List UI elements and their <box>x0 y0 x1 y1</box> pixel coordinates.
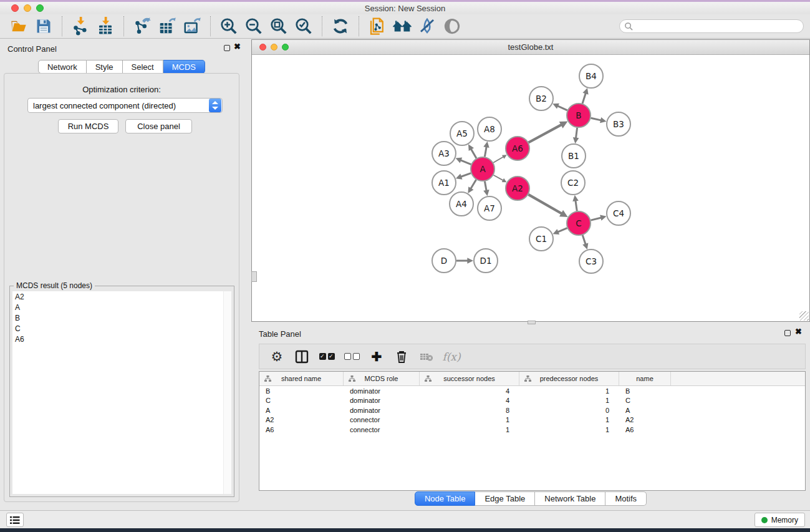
network-canvas[interactable]: A5A8A3A1A4A7A6AA2B2B4BB3B1C2C4CC1C3DD1 <box>253 56 809 322</box>
table-cell[interactable]: C <box>619 397 671 404</box>
tab-mcds[interactable]: MCDS <box>163 60 205 74</box>
table-cell[interactable]: A <box>259 407 344 414</box>
graph-edge[interactable] <box>485 146 486 157</box>
delete-row-trash-icon[interactable] <box>391 347 412 367</box>
split-columns-icon[interactable] <box>291 347 312 367</box>
zoom-fit-icon[interactable] <box>268 16 290 37</box>
table-cell[interactable]: 1 <box>519 426 619 433</box>
tab-edge-table[interactable]: Edge Table <box>475 491 535 506</box>
refresh-icon[interactable] <box>329 16 352 37</box>
export-network-icon[interactable] <box>131 16 153 37</box>
delete-table-icon[interactable] <box>416 347 437 367</box>
new-network-from-selection-icon[interactable] <box>366 16 388 37</box>
column-header-successor-nodes[interactable]: successor nodes <box>420 372 519 385</box>
table-cell[interactable]: 4 <box>420 387 519 395</box>
table-cell[interactable]: B <box>619 387 671 395</box>
network-view-window[interactable]: testGlobe.txt A5A8A3A1A4A7A6AA2B2B4BB3B1… <box>251 39 810 322</box>
table-row[interactable]: Bdominator41B <box>259 386 805 396</box>
table-settings-gear-icon[interactable]: ⚙ <box>266 347 287 367</box>
hide-graphics-details-icon[interactable] <box>416 16 438 37</box>
column-header-name[interactable]: name <box>619 372 671 385</box>
table-cell[interactable]: dominator <box>344 407 420 414</box>
mcds-result-item[interactable]: A <box>12 302 231 312</box>
graph-edge[interactable] <box>557 228 567 233</box>
table-cell[interactable]: connector <box>344 426 420 433</box>
table-cell[interactable]: A <box>619 407 671 414</box>
run-mcds-button[interactable]: Run MCDS <box>58 119 118 133</box>
import-network-icon[interactable] <box>69 16 92 37</box>
save-session-icon[interactable] <box>32 16 55 37</box>
table-cell[interactable]: B <box>259 387 344 395</box>
table-cell[interactable]: 4 <box>420 397 519 404</box>
close-panel-icon[interactable]: ✖ <box>234 42 241 51</box>
tab-style[interactable]: Style <box>87 60 123 74</box>
table-cell[interactable]: A6 <box>259 426 344 433</box>
window-edge-handle[interactable] <box>251 271 257 282</box>
column-header-shared-name[interactable]: shared name <box>259 372 344 385</box>
resize-grip-icon[interactable] <box>799 311 809 321</box>
table-cell[interactable]: A2 <box>259 416 344 423</box>
graph-edge[interactable] <box>493 157 504 163</box>
tab-network[interactable]: Network <box>38 60 87 74</box>
graph-edge[interactable] <box>470 180 476 189</box>
show-home-icon[interactable] <box>391 16 413 37</box>
import-table-icon[interactable] <box>94 16 117 37</box>
birdseye-view-icon[interactable] <box>441 16 463 37</box>
task-history-button[interactable] <box>6 513 24 527</box>
memory-button[interactable]: Memory <box>755 513 805 527</box>
search-input[interactable] <box>619 19 804 33</box>
close-panel-icon[interactable]: ✖ <box>795 327 802 336</box>
open-session-icon[interactable] <box>7 16 30 37</box>
export-table-icon[interactable] <box>156 16 178 37</box>
add-row-icon[interactable]: ✚ <box>366 347 387 367</box>
table-row[interactable]: A2connector11A2 <box>259 415 805 425</box>
zoom-selected-icon[interactable] <box>292 16 315 37</box>
graph-edge[interactable] <box>460 160 471 164</box>
graph-edge[interactable] <box>493 175 504 181</box>
table-cell[interactable]: A6 <box>619 426 671 433</box>
column-header-mcds-role[interactable]: MCDS role <box>344 372 420 385</box>
table-cell[interactable]: dominator <box>344 397 420 404</box>
tab-select[interactable]: Select <box>123 60 163 74</box>
table-cell[interactable]: C <box>259 397 344 404</box>
table-cell[interactable]: connector <box>344 416 420 423</box>
table-row[interactable]: Cdominator41C <box>259 396 805 406</box>
graph-edge[interactable] <box>576 200 577 211</box>
graph-edge[interactable] <box>591 118 602 120</box>
close-panel-button[interactable]: Close panel <box>125 119 192 133</box>
graph-edge[interactable] <box>528 195 562 214</box>
table-cell[interactable]: 1 <box>519 387 619 395</box>
table-cell[interactable]: 1 <box>519 397 619 404</box>
graph-edge[interactable] <box>471 148 476 158</box>
main-titlebar[interactable]: Session: New Session <box>0 2 810 14</box>
table-cell[interactable]: 1 <box>420 426 519 433</box>
graph-edge[interactable] <box>460 173 471 177</box>
graph-edge[interactable] <box>576 128 577 139</box>
mcds-result-item[interactable]: A2 <box>12 291 231 302</box>
table-cell[interactable]: 8 <box>420 407 519 414</box>
table-cell[interactable]: 1 <box>420 416 519 423</box>
graph-edge[interactable] <box>582 235 586 245</box>
scrollbar-track[interactable] <box>223 291 231 494</box>
table-cell[interactable]: A2 <box>619 416 671 423</box>
export-image-icon[interactable] <box>181 16 203 37</box>
table-cell[interactable]: 0 <box>519 407 619 414</box>
tab-network-table[interactable]: Network Table <box>535 491 605 506</box>
mcds-result-item[interactable]: A6 <box>12 334 231 344</box>
table-cell[interactable]: 1 <box>519 416 619 423</box>
float-panel-icon[interactable] <box>784 330 791 336</box>
criterion-select[interactable]: largest connected component (directed) <box>27 98 223 113</box>
tab-motifs[interactable]: Motifs <box>605 491 647 506</box>
select-all-checkboxes-icon[interactable] <box>316 347 337 367</box>
table-row[interactable]: Adominator80A <box>259 405 805 415</box>
float-panel-icon[interactable] <box>224 45 230 51</box>
graph-edge[interactable] <box>591 218 602 220</box>
network-window-titlebar[interactable]: testGlobe.txt <box>252 40 809 55</box>
graph-edge[interactable] <box>485 181 486 191</box>
deselect-all-checkboxes-icon[interactable] <box>341 347 362 367</box>
mcds-result-item[interactable]: C <box>12 323 231 334</box>
graph-edge[interactable] <box>557 105 567 110</box>
search-field[interactable] <box>634 22 803 31</box>
mcds-result-item[interactable]: B <box>12 312 231 323</box>
mcds-result-list[interactable]: A2ABCA6 <box>12 291 231 494</box>
